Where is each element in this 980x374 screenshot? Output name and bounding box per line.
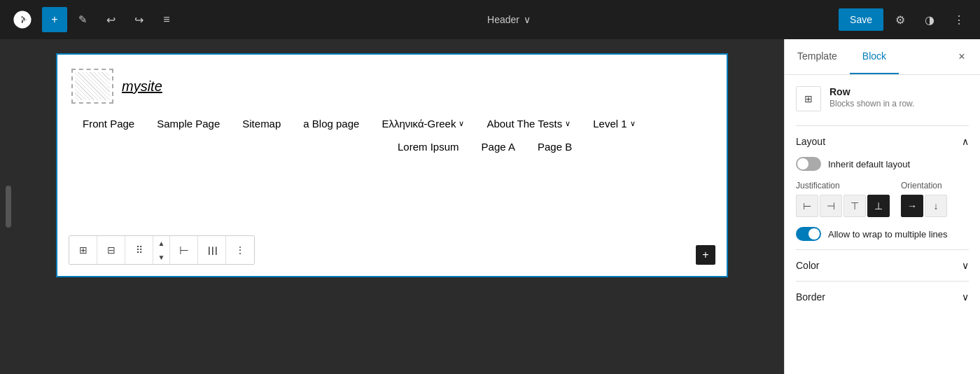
save-button[interactable]: Save [839,8,883,31]
justification-label: Justification [796,181,890,191]
inherit-layout-row: Inherit default layout [796,157,969,171]
list-view-button[interactable]: ≡ [154,7,179,32]
more-block-options[interactable]: ⋮ [226,236,254,264]
color-section: Color ∨ [796,249,969,281]
page-canvas: mysite Front Page Sample Page Sitemap a … [56,53,728,277]
orient-vertical-button[interactable]: ↓ [925,195,947,217]
edit-mode-button[interactable]: ✎ [70,7,95,32]
block-description: Blocks shown in a row. [830,99,914,109]
sidebar-body: ⊞ Row Blocks shown in a row. Layout ∧ [785,75,980,324]
justify-right-button[interactable]: ⊤ [844,195,866,217]
drag-handle[interactable]: ⠿ [125,236,153,264]
color-section-header[interactable]: Color ∨ [796,250,969,281]
nav-item-front-page[interactable]: Front Page [71,115,146,132]
main-toolbar: W + ✎ ↩ ↪ ≡ Header ∨ Save ⚙ ◑ ⋮ [0,0,980,39]
right-sidebar: Template Block × ⊞ Row Blocks shown in a… [784,39,980,374]
site-header-block: mysite Front Page Sample Page Sitemap a … [71,69,713,155]
pencil-icon: ✎ [78,13,88,26]
justify-left-button[interactable]: ⊢ [796,195,818,217]
scroll-handle-left[interactable] [6,186,11,228]
inherit-layout-label: Inherit default layout [828,159,910,169]
nav-item-greek[interactable]: Ελληνικά-Greek ∨ [370,115,475,132]
close-icon: × [958,50,965,63]
gear-icon: ⚙ [895,13,905,27]
nav-item-level1[interactable]: Level 1 ∨ [582,115,646,132]
contrast-button[interactable]: ◑ [917,7,942,32]
redo-button[interactable]: ↪ [126,7,151,32]
nav-item-page-a[interactable]: Page A [470,138,526,155]
justify-center-button[interactable]: ⊣ [820,195,842,217]
toolbar-right-actions: Save ⚙ ◑ ⋮ [839,7,972,32]
svg-text:W: W [18,15,26,25]
block-name: Row [830,86,914,97]
ellipsis-icon: ⋮ [953,13,965,27]
navigation-menu: Front Page Sample Page Sitemap a Blog pa… [71,115,713,155]
nav-item-lorem[interactable]: Lorem Ipsum [386,138,470,155]
justification-group: Justification ⊢ ⊣ ⊤ ⊥ [796,181,890,217]
justification-buttons: ⊢ ⊣ ⊤ ⊥ [796,195,890,217]
justify-button[interactable]: ⊢ [170,236,198,264]
orient-horizontal-button[interactable]: → [901,195,923,217]
redo-icon: ↪ [134,13,144,27]
nav-item-sitemap[interactable]: Sitemap [231,115,292,132]
block-info-text: Row Blocks shown in a row. [830,86,914,109]
tab-block[interactable]: Block [850,39,899,74]
header-title: Header [487,14,519,25]
row-block-icon: ⊞ [796,86,821,111]
border-section-header[interactable]: Border ∨ [796,282,969,312]
chevron-down-icon: ∨ [524,14,531,25]
add-block-button[interactable]: + [42,7,67,32]
layout-title: Layout [796,136,825,147]
more-icon: ⋮ [235,244,245,256]
select-child-button[interactable]: ⊟ [97,236,125,264]
list-icon: ≡ [163,13,169,26]
layout-section: Layout ∧ Inherit default layout Justific… [796,125,969,249]
move-up-down-group: ▲ ▼ [153,236,170,264]
align-icon: ⊢ [179,244,189,257]
border-section: Border ∨ [796,281,969,312]
move-up-button[interactable]: ▲ [153,236,169,250]
nav-item-about-tests[interactable]: About The Tests ∨ [475,115,582,132]
select-parent-button[interactable]: ⊞ [69,236,97,264]
nav-item-sample-page[interactable]: Sample Page [146,115,231,132]
wrap-row: Allow to wrap to multiple lines [796,227,969,241]
orientation-buttons: → ↓ [901,195,969,217]
justify-space-between-button[interactable]: ⊥ [867,195,890,217]
wrap-toggle[interactable] [796,227,821,241]
contrast-icon: ◑ [925,13,934,27]
color-title: Color [796,260,819,271]
undo-button[interactable]: ↩ [98,7,123,32]
layout-chevron-icon: ∧ [962,136,969,147]
layout-content: Inherit default layout Justification ⊢ ⊣… [796,157,969,249]
nested-icon: ⊟ [107,244,115,256]
nav-item-page-b[interactable]: Page B [526,138,583,155]
more-options-button[interactable]: ⋮ [946,7,972,32]
border-chevron-icon: ∨ [962,291,969,303]
canvas-area[interactable]: mysite Front Page Sample Page Sitemap a … [0,39,784,374]
layout-section-header[interactable]: Layout ∧ [796,126,969,157]
orientation-group: Orientation → ↓ [901,181,969,217]
wrap-label: Allow to wrap to multiple lines [828,229,948,240]
main-content: mysite Front Page Sample Page Sitemap a … [0,39,980,374]
row-icon: ⊞ [804,93,813,104]
link-icon: ⊞ [79,244,88,256]
block-info: ⊞ Row Blocks shown in a row. [796,86,969,111]
tab-template[interactable]: Template [785,39,850,74]
sidebar-close-button[interactable]: × [952,47,972,67]
settings-button[interactable]: ⚙ [888,7,913,32]
align-center-button[interactable]: ☰ [198,236,226,264]
nav-item-blog[interactable]: a Blog page [292,115,370,132]
site-title[interactable]: mysite [122,78,162,95]
inherit-layout-toggle[interactable] [796,157,821,171]
sidebar-tabs: Template Block × [785,39,980,75]
add-block-canvas-button[interactable]: + [696,245,715,265]
undo-icon: ↩ [106,13,115,27]
block-toolbar: ⊞ ⊟ ⠿ ▲ ▼ ⊢ ☰ ⋮ [69,235,255,265]
justify-orient-row: Justification ⊢ ⊣ ⊤ ⊥ Orientation → [796,181,969,217]
align-center-icon: ☰ [205,245,218,255]
move-down-button[interactable]: ▼ [153,250,169,264]
wp-logo[interactable]: W [8,6,36,34]
orientation-label: Orientation [901,181,969,191]
header-dropdown[interactable]: Header ∨ [487,14,531,25]
site-logo[interactable] [71,69,113,104]
